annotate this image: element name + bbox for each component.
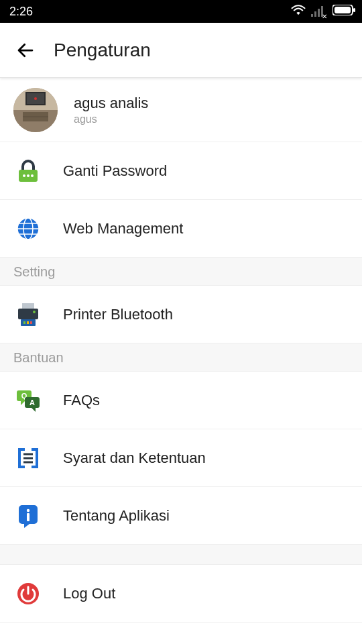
svg-point-16 <box>27 174 29 177</box>
svg-rect-1 <box>314 11 316 17</box>
power-icon <box>15 580 42 607</box>
item-label: Ganti Password <box>63 162 167 180</box>
svg-rect-40 <box>27 513 29 521</box>
svg-rect-6 <box>353 8 355 12</box>
profile-row[interactable]: agus analis agus <box>0 78 362 142</box>
item-change-password[interactable]: Ganti Password <box>0 142 362 200</box>
info-icon <box>15 502 42 529</box>
back-button[interactable] <box>13 38 38 62</box>
status-icons: ✕ <box>291 4 355 19</box>
item-about[interactable]: Tentang Aplikasi <box>0 487 362 545</box>
item-web-management[interactable]: Web Management <box>0 200 362 258</box>
item-logout[interactable]: Log Out <box>0 565 362 623</box>
terms-icon <box>14 444 42 472</box>
page-title: Pengaturan <box>54 40 151 61</box>
battery-icon <box>333 5 355 19</box>
profile-text: agus analis agus <box>74 95 148 125</box>
signal-icon: ✕ <box>311 6 327 17</box>
item-label: FAQs <box>63 392 100 409</box>
svg-rect-5 <box>335 7 351 13</box>
printer-icon <box>14 301 42 329</box>
svg-rect-2 <box>318 9 320 17</box>
svg-rect-28 <box>27 321 29 324</box>
svg-point-39 <box>27 508 29 511</box>
avatar <box>13 88 58 132</box>
svg-rect-27 <box>23 321 25 324</box>
section-setting: Setting <box>0 258 362 286</box>
svg-text:A: A <box>29 398 35 407</box>
item-label: Syarat dan Ketentuan <box>63 449 206 467</box>
svg-point-17 <box>31 174 34 177</box>
svg-rect-29 <box>30 321 32 324</box>
item-label: Log Out <box>63 585 115 602</box>
svg-rect-24 <box>22 303 34 309</box>
content: agus analis agus Ganti Password <box>0 78 362 623</box>
svg-rect-0 <box>311 14 313 17</box>
item-terms[interactable]: Syarat dan Ketentuan <box>0 429 362 487</box>
spacer <box>0 545 362 565</box>
item-label: Tentang Aplikasi <box>63 507 170 525</box>
globe-icon <box>15 215 42 242</box>
app-header: Pengaturan <box>0 23 362 78</box>
status-time: 2:26 <box>9 5 33 19</box>
item-printer-bluetooth[interactable]: Printer Bluetooth <box>0 286 362 343</box>
status-bar: 2:26 ✕ <box>0 0 362 23</box>
item-label: Web Management <box>63 220 183 237</box>
faq-icon: Q A <box>14 386 42 415</box>
section-bantuan: Bantuan <box>0 343 362 372</box>
wifi-icon <box>291 4 306 19</box>
svg-point-11 <box>34 97 37 100</box>
arrow-left-icon <box>15 40 36 60</box>
item-label: Printer Bluetooth <box>63 306 173 323</box>
svg-point-30 <box>33 311 36 313</box>
lock-icon <box>15 158 42 184</box>
svg-rect-25 <box>18 309 38 319</box>
svg-point-15 <box>23 174 25 177</box>
item-faqs[interactable]: Q A FAQs <box>0 372 362 429</box>
profile-username: agus <box>74 113 148 125</box>
profile-name: agus analis <box>74 95 148 112</box>
